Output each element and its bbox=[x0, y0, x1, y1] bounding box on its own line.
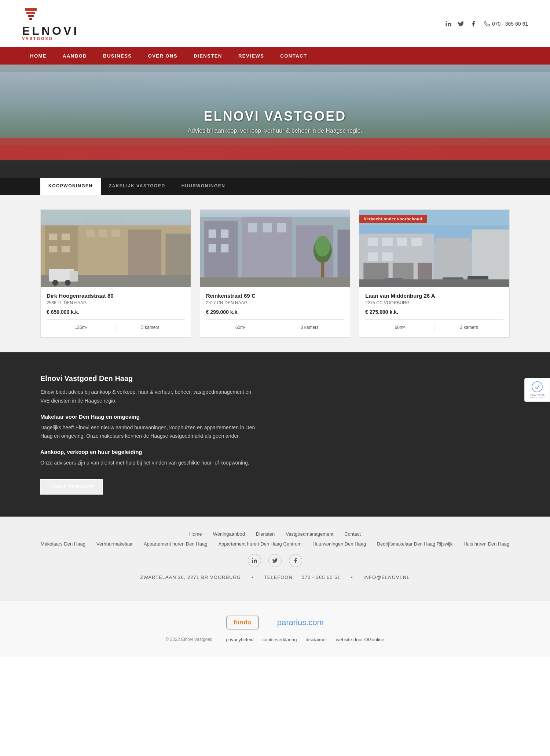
footer-link-makelaars[interactable]: Makelaars Den Haag bbox=[41, 541, 85, 547]
footer-phone-number: 070 - 365 60 61 bbox=[301, 575, 340, 580]
nav-business[interactable]: BUSINESS bbox=[95, 47, 140, 65]
legal-disclaimer[interactable]: disclaimer bbox=[306, 637, 327, 642]
svg-rect-34 bbox=[221, 244, 228, 253]
footer-link-huurwoningen[interactable]: Huurwoningen Den Haag bbox=[312, 541, 366, 547]
svg-rect-3 bbox=[29, 18, 32, 20]
hero-section: ELNOVI VASTGOED Advies bij aankoop, verk… bbox=[0, 65, 550, 178]
svg-rect-11 bbox=[49, 234, 58, 240]
listing-image-1 bbox=[41, 210, 191, 287]
listing-size-3: 60m² bbox=[365, 323, 434, 331]
legal-privacy[interactable]: privacybeleid bbox=[226, 637, 254, 642]
pararius-logo[interactable]: pararius.com bbox=[277, 618, 324, 627]
listing-card-2[interactable]: Reinkenstraat 69 C 2517 CR DEN HAAG € 29… bbox=[200, 209, 351, 338]
legal-website[interactable]: website door OGonline bbox=[336, 637, 384, 642]
svg-rect-16 bbox=[99, 230, 107, 237]
svg-rect-2 bbox=[28, 15, 34, 17]
footer-link-bedrijfsmakelaar[interactable]: Bedrijfsmakelaar Den Haag Rijswijk bbox=[377, 541, 452, 547]
svg-rect-17 bbox=[111, 230, 120, 237]
nav-aanbod[interactable]: AANBOD bbox=[55, 47, 95, 65]
footer-facebook-icon[interactable] bbox=[289, 554, 302, 567]
svg-point-21 bbox=[52, 280, 58, 286]
listing-rooms-3: 2 kamers bbox=[434, 323, 503, 331]
footer-link-contact[interactable]: Contact bbox=[344, 531, 361, 537]
footer-twitter-icon[interactable] bbox=[268, 554, 282, 567]
svg-rect-36 bbox=[263, 223, 272, 232]
listing-title-1: Dirk Hoogenraadstraat 80 bbox=[47, 293, 185, 299]
svg-rect-32 bbox=[221, 230, 228, 238]
footer-link-woningaanbod[interactable]: Woningaanbod bbox=[213, 531, 245, 537]
nav-home[interactable]: HOME bbox=[22, 47, 55, 65]
phone-area: 070 - 365 60 61 bbox=[484, 21, 528, 27]
listing-price-3: € 275.000 k.k. bbox=[365, 309, 503, 315]
social-icons bbox=[444, 20, 477, 28]
listing-address-3: 2275 CC VOORBURG bbox=[365, 300, 503, 305]
svg-rect-53 bbox=[382, 238, 393, 246]
info-section: Elnovi Vastgoed Den Haag Elnovi biedt ad… bbox=[0, 352, 550, 517]
footer-link-vastgoedmanagement[interactable]: Vastgoedmanagement bbox=[286, 531, 333, 537]
svg-point-62 bbox=[252, 558, 253, 559]
listing-size-2: 60m² bbox=[206, 323, 275, 331]
footer-email: INFO@ELNOVI.NL bbox=[363, 575, 410, 580]
listings-grid: Dirk Hoogenraadstraat 80 2586 TL DEN HAA… bbox=[40, 209, 510, 338]
nav-diensten[interactable]: DIENSTEN bbox=[186, 47, 230, 65]
footer-link-huis-huren[interactable]: Huis huren Den Haag bbox=[463, 541, 509, 547]
footer-link-diensten[interactable]: Diensten bbox=[256, 531, 275, 537]
svg-rect-54 bbox=[397, 238, 407, 246]
nav-reviews[interactable]: REVIEWS bbox=[230, 47, 272, 65]
header: ELNOVI VASTGOED 070 - 365 60 61 bbox=[0, 0, 550, 47]
main-nav: HOME AANBOD BUSINESS OVER ONS DIENSTEN R… bbox=[0, 47, 550, 65]
svg-point-63 bbox=[532, 382, 542, 392]
listing-price-1: € 650.000 k.k. bbox=[47, 309, 185, 315]
nav-over-ons[interactable]: OVER ONS bbox=[140, 47, 186, 65]
legal-cookies[interactable]: cookieverklaring bbox=[263, 637, 297, 642]
listing-card-3[interactable]: Verkocht onder voorbehoud Laan van Midde… bbox=[359, 209, 510, 338]
footer-address: ZWARTELAAN 26, 2271 BR VOORBURG • TELEFO… bbox=[22, 575, 528, 580]
twitter-icon[interactable] bbox=[457, 20, 465, 28]
linkedin-icon[interactable] bbox=[444, 20, 452, 28]
listing-card-1[interactable]: Dirk Hoogenraadstraat 80 2586 TL DEN HAA… bbox=[40, 209, 191, 338]
info-intro: Elnovi biedt advies bij aankoop & verkoo… bbox=[40, 388, 260, 405]
logo[interactable]: ELNOVI VASTGOED bbox=[22, 7, 79, 41]
nav-contact[interactable]: CONTACT bbox=[272, 47, 315, 65]
tab-zakelijk-vastgoed[interactable]: ZAKELIJK VASTGOED bbox=[101, 178, 173, 195]
tab-koopwoningen[interactable]: KOOPWONINGEN bbox=[40, 178, 101, 195]
listing-price-2: € 299.000 k.k. bbox=[206, 309, 344, 315]
recaptcha-badge: reCAPTCHA Privacy - Terms bbox=[524, 378, 550, 402]
listing-rooms-1: 5 kamers bbox=[116, 323, 185, 331]
svg-rect-61 bbox=[359, 279, 509, 287]
phone-number: 070 - 365 60 61 bbox=[492, 21, 528, 27]
footer-link-home[interactable]: Home bbox=[189, 531, 202, 537]
info-content: Elnovi Vastgoed Den Haag Elnovi biedt ad… bbox=[40, 374, 260, 495]
tab-huurwoningen[interactable]: HUURWONINGEN bbox=[173, 178, 234, 195]
copyright-text: © 2022 Elnovi Vastgoed bbox=[166, 637, 213, 642]
svg-rect-33 bbox=[208, 244, 216, 253]
footer-link-verhuurmakelaar[interactable]: Verhuurmakelaar bbox=[96, 541, 133, 547]
footer-linkedin-icon[interactable] bbox=[248, 554, 261, 567]
footer-links-row1: Home Woningaanbod Diensten Vastgoedmanag… bbox=[22, 531, 528, 537]
listing-specs-3: 60m² 2 kamers bbox=[365, 319, 503, 331]
svg-rect-42 bbox=[200, 210, 350, 217]
svg-rect-35 bbox=[248, 223, 257, 232]
svg-rect-23 bbox=[41, 210, 191, 225]
info-text-1: Dagelijks heeft Elnovi een nieuw aanbod … bbox=[40, 423, 260, 441]
funda-logo[interactable]: funda bbox=[226, 616, 259, 630]
listing-rooms-2: 3 kamers bbox=[275, 323, 344, 331]
services-button[interactable]: › ONZE SERVICES bbox=[40, 479, 103, 495]
svg-rect-56 bbox=[368, 252, 378, 261]
svg-rect-31 bbox=[208, 230, 216, 238]
hero-subtitle: Advies bij aankoop, verkoop, verhuur & b… bbox=[188, 128, 362, 134]
footer-bullet2: • bbox=[351, 575, 355, 580]
footer-link-appartement-centrum[interactable]: Appartement huren Den Haag Centrum bbox=[218, 541, 301, 547]
svg-rect-15 bbox=[87, 230, 95, 237]
svg-rect-0 bbox=[25, 8, 37, 11]
svg-rect-14 bbox=[62, 246, 70, 252]
footer-link-appartement-haag[interactable]: Appartement huren Den Haag bbox=[144, 541, 207, 547]
facebook-icon[interactable] bbox=[469, 20, 477, 28]
footer-phone-label: TELEFOON bbox=[264, 575, 293, 580]
listings-section: Dirk Hoogenraadstraat 80 2586 TL DEN HAA… bbox=[0, 195, 550, 352]
top-right-bar: 070 - 365 60 61 bbox=[444, 20, 528, 28]
listing-specs-1: 125m² 5 kamers bbox=[47, 319, 185, 331]
svg-rect-37 bbox=[277, 223, 286, 232]
property-tabs: KOOPWONINGEN ZAKELIJK VASTGOED HUURWONIN… bbox=[0, 178, 550, 195]
partners-logos: funda pararius.com bbox=[22, 616, 528, 630]
